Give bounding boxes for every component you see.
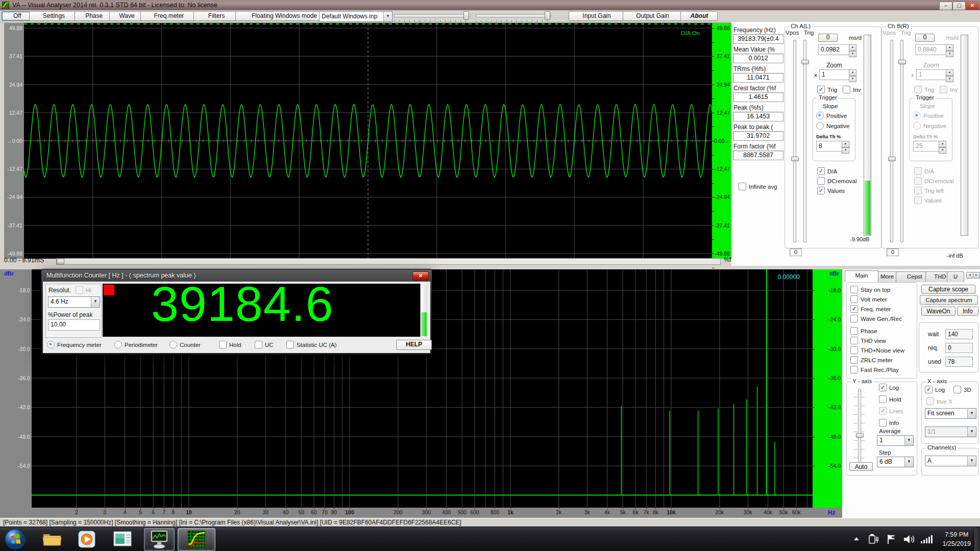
capture-spectrum-button[interactable]: Capture spectrum (920, 295, 978, 305)
channel-a-msd-spinner[interactable]: ▲▼ (849, 44, 856, 55)
counter-mode-counter[interactable]: Counter (169, 341, 201, 348)
counter-hold-checkbox[interactable]: Hold (219, 341, 241, 348)
channel-b-inv-checkbox[interactable]: Inv (940, 86, 958, 93)
channel-b-delta-spinner[interactable]: ▲▼ (939, 141, 946, 152)
taskbar-media-player-button[interactable] (74, 528, 100, 550)
counter-uc-checkbox[interactable]: UC (255, 341, 274, 348)
view-volt-meter-checkbox[interactable]: Volt meter (850, 295, 887, 303)
counter-help-button[interactable]: HELP (396, 340, 432, 350)
channel-a-trig-slider-thumb[interactable] (801, 60, 809, 64)
resolution-dropdown[interactable]: 4.6 Hz▼ (48, 296, 100, 308)
channel-a-delta-input[interactable]: 8 (816, 141, 843, 152)
info-button[interactable]: Info (957, 307, 978, 316)
fit-screen-dropdown[interactable]: Fit screen▼ (925, 408, 976, 419)
tab-scroll-left-icon[interactable]: ◄ (966, 272, 973, 279)
spin-down-icon[interactable]: ▼ (849, 51, 856, 58)
spin-down-icon[interactable]: ▼ (939, 147, 946, 154)
view-thd-view-checkbox[interactable]: THD view (850, 337, 886, 344)
output-gain-slider[interactable] (476, 11, 551, 22)
step-dropdown[interactable]: 6 dB▼ (877, 457, 914, 467)
toolbar-button-floating-windows-mode[interactable]: Floating Windows mode (235, 11, 333, 21)
spin-down-icon[interactable]: ▼ (842, 147, 849, 154)
view-phase-checkbox[interactable]: Phase (850, 327, 877, 335)
tab-scroll-right-icon[interactable]: ► (973, 272, 980, 279)
channel-b-dcremoval-checkbox[interactable]: DCremoval (914, 177, 954, 185)
view-freq-meter-checkbox[interactable]: ✓Freq. meter (850, 305, 891, 313)
counter-mode-periodimeter[interactable]: Periodimeter (114, 341, 158, 348)
spin-up-icon[interactable]: ▲ (849, 69, 856, 76)
tab-main[interactable]: Main (845, 270, 878, 282)
toolbar-button-wave[interactable]: Wave (109, 11, 144, 21)
network-icon[interactable] (920, 527, 933, 551)
volume-icon[interactable] (902, 527, 916, 551)
infinite-avg-checkbox[interactable]: Infinite avg (739, 183, 777, 190)
taskbar-image-viewer-button[interactable] (109, 528, 136, 550)
hi-checkbox[interactable]: Hi (76, 286, 91, 294)
scope-h-scrollbar-thumb[interactable] (57, 259, 64, 264)
channel-a-msd-input[interactable]: 0.0982 (818, 44, 850, 55)
start-button[interactable] (4, 528, 27, 550)
counter-statistic-uc-a--checkbox[interactable]: Statistic UC (A) (286, 341, 337, 348)
input-gain-slider[interactable] (394, 11, 471, 22)
channel-a-zoom-input[interactable]: 1 (819, 69, 850, 80)
toolbar-button-settings[interactable]: Settings (29, 11, 79, 21)
wave-on-button[interactable]: WaveOn (921, 307, 955, 316)
x-axis-truex-checkbox[interactable]: true X (926, 397, 952, 405)
power-of-peak-input[interactable]: 10.00 (48, 319, 100, 331)
close-button[interactable]: ✕ (966, 2, 979, 10)
spin-up-icon[interactable]: ▲ (946, 69, 953, 76)
channel-b-msd-input[interactable]: 0.8840 (915, 44, 947, 55)
channel-dropdown[interactable]: A▼ (925, 456, 976, 466)
spin-up-icon[interactable]: ▲ (946, 44, 953, 51)
channel-a-values-checkbox[interactable]: ✓Values (817, 187, 845, 194)
y-axis-lines-checkbox[interactable]: ✓Lines (879, 407, 903, 415)
channel-a-trig-checkbox[interactable]: ✓Trig (817, 86, 837, 93)
channel-b-vpos-slider-thumb[interactable] (888, 157, 896, 161)
channel-a-slope-positive[interactable]: Positive (816, 112, 847, 119)
channel-a-slope-negative[interactable]: Negative (816, 122, 849, 130)
channel-b-trig-slider[interactable] (900, 40, 903, 242)
counter-mode-frequency-meter[interactable]: Frequency meter (47, 341, 102, 348)
scope-h-scrollbar[interactable] (56, 258, 721, 265)
toolbar-button-about[interactable]: About (680, 11, 718, 21)
channel-b-trig-slider-thumb[interactable] (898, 60, 906, 64)
action-center-flag-icon[interactable] (885, 527, 897, 551)
channel-a-inv-checkbox[interactable]: Inv (843, 86, 861, 93)
spin-up-icon[interactable]: ▲ (849, 44, 856, 51)
toolbar-button-off[interactable]: Off (2, 11, 33, 21)
y-axis-info-checkbox[interactable]: Info (879, 419, 899, 427)
channel-b-slope-positive[interactable]: Positive (913, 112, 944, 119)
y-axis-log-checkbox[interactable]: ✓Log (879, 384, 899, 391)
y-axis-auto-button[interactable]: Auto (849, 462, 873, 471)
oscilloscope-plot[interactable]: D/A On (24, 23, 712, 259)
average-dropdown[interactable]: 1▼ (877, 435, 914, 446)
toolbar-button-filters[interactable]: Filters (193, 11, 239, 21)
channel-b-zoom-input[interactable]: 1 (916, 69, 947, 80)
capture-scope-button[interactable]: Capture scope (921, 285, 975, 294)
counter-close-button[interactable]: ✕ (412, 271, 429, 281)
multifunction-counter-dialog[interactable]: Multifunction Counter [ Hz ] - ( spectru… (41, 269, 432, 355)
y-scale-slider-thumb[interactable] (856, 433, 864, 438)
taskbar-explorer-button[interactable] (39, 528, 65, 550)
channel-a-trig-slider[interactable] (803, 40, 806, 242)
toolbar-button-input-gain[interactable]: Input Gain (569, 11, 625, 21)
view-stay-on-top-checkbox[interactable]: Stay on top (850, 286, 890, 293)
toolbar-button-freq-meter[interactable]: Freq.meter (140, 11, 198, 21)
channel-b-trig-checkbox[interactable]: Trig (914, 86, 934, 93)
x-axis-3d-checkbox[interactable]: 3D (953, 386, 971, 393)
channel-a-vpos-slider[interactable] (793, 40, 796, 242)
channel-a-zero-button[interactable]: 0 (818, 34, 838, 42)
channel-b-vpos-slider[interactable] (890, 40, 893, 242)
spin-down-icon[interactable]: ▼ (946, 76, 953, 83)
spin-up-icon[interactable]: ▲ (939, 141, 946, 147)
channel-a-dcremoval-checkbox[interactable]: DCremoval (817, 177, 857, 185)
maximize-button[interactable]: ▢ (952, 2, 966, 10)
channel-b-zoom-spinner[interactable]: ▲▼ (946, 69, 953, 80)
input-device-dropdown[interactable]: Default Windows inp ▼ (319, 11, 393, 22)
spin-up-icon[interactable]: ▲ (842, 141, 849, 147)
minimize-button[interactable]: – (939, 2, 952, 10)
taskbar-scope-app-button[interactable] (144, 528, 175, 551)
show-desktop-button[interactable] (974, 527, 980, 551)
channel-b-msd-spinner[interactable]: ▲▼ (946, 44, 953, 55)
view-wave-gen-rec-checkbox[interactable]: Wave Gen./Rec (850, 315, 902, 322)
